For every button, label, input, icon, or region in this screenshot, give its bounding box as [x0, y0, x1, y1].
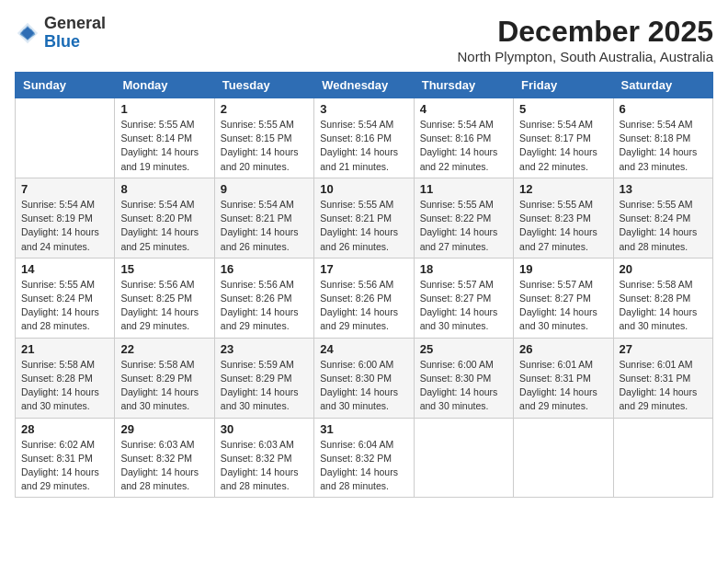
- header-cell-tuesday: Tuesday: [214, 73, 313, 98]
- day-info: Sunrise: 5:55 AM Sunset: 8:24 PM Dayligh…: [21, 278, 108, 334]
- day-cell: 12Sunrise: 5:55 AM Sunset: 8:23 PM Dayli…: [514, 178, 613, 258]
- day-number: 28: [21, 422, 108, 436]
- day-cell: 22Sunrise: 5:58 AM Sunset: 8:29 PM Dayli…: [115, 338, 214, 418]
- day-number: 5: [519, 102, 607, 116]
- day-info: Sunrise: 5:55 AM Sunset: 8:21 PM Dayligh…: [320, 198, 407, 254]
- day-number: 31: [320, 422, 407, 436]
- day-cell: [414, 418, 513, 498]
- day-number: 17: [320, 262, 407, 276]
- day-info: Sunrise: 6:01 AM Sunset: 8:31 PM Dayligh…: [519, 358, 607, 414]
- day-number: 23: [221, 342, 308, 356]
- day-info: Sunrise: 5:54 AM Sunset: 8:19 PM Dayligh…: [21, 198, 108, 254]
- day-info: Sunrise: 6:03 AM Sunset: 8:32 PM Dayligh…: [221, 438, 308, 494]
- day-cell: [613, 418, 712, 498]
- header-cell-thursday: Thursday: [414, 73, 513, 98]
- day-info: Sunrise: 5:58 AM Sunset: 8:28 PM Dayligh…: [21, 358, 108, 414]
- logo: General Blue: [15, 15, 106, 52]
- header-row: SundayMondayTuesdayWednesdayThursdayFrid…: [16, 73, 713, 98]
- day-cell: 17Sunrise: 5:56 AM Sunset: 8:26 PM Dayli…: [314, 258, 414, 338]
- day-cell: [514, 418, 613, 498]
- week-row: 7Sunrise: 5:54 AM Sunset: 8:19 PM Daylig…: [16, 178, 713, 258]
- day-info: Sunrise: 5:56 AM Sunset: 8:25 PM Dayligh…: [120, 278, 208, 334]
- day-number: 29: [120, 422, 208, 436]
- day-cell: 31Sunrise: 6:04 AM Sunset: 8:32 PM Dayli…: [314, 418, 414, 498]
- calendar-table: SundayMondayTuesdayWednesdayThursdayFrid…: [15, 72, 713, 498]
- day-cell: 16Sunrise: 5:56 AM Sunset: 8:26 PM Dayli…: [214, 258, 313, 338]
- day-info: Sunrise: 5:54 AM Sunset: 8:16 PM Dayligh…: [320, 118, 407, 174]
- day-info: Sunrise: 5:54 AM Sunset: 8:18 PM Dayligh…: [620, 118, 707, 174]
- day-number: 10: [320, 182, 407, 196]
- day-cell: 23Sunrise: 5:59 AM Sunset: 8:29 PM Dayli…: [214, 338, 313, 418]
- header-cell-sunday: Sunday: [16, 73, 115, 98]
- day-info: Sunrise: 5:55 AM Sunset: 8:15 PM Dayligh…: [221, 118, 308, 174]
- day-info: Sunrise: 6:04 AM Sunset: 8:32 PM Dayligh…: [320, 438, 407, 494]
- day-cell: 20Sunrise: 5:58 AM Sunset: 8:28 PM Dayli…: [613, 258, 712, 338]
- week-row: 21Sunrise: 5:58 AM Sunset: 8:28 PM Dayli…: [16, 338, 713, 418]
- logo-general: General: [44, 14, 106, 32]
- day-cell: 18Sunrise: 5:57 AM Sunset: 8:27 PM Dayli…: [414, 258, 513, 338]
- day-info: Sunrise: 5:54 AM Sunset: 8:20 PM Dayligh…: [120, 198, 208, 254]
- logo-icon: [15, 20, 40, 46]
- week-row: 28Sunrise: 6:02 AM Sunset: 8:31 PM Dayli…: [16, 418, 713, 498]
- header-cell-saturday: Saturday: [613, 73, 712, 98]
- day-info: Sunrise: 5:56 AM Sunset: 8:26 PM Dayligh…: [320, 278, 407, 334]
- day-number: 19: [519, 262, 607, 276]
- day-number: 3: [320, 102, 407, 116]
- day-number: 8: [120, 182, 208, 196]
- day-cell: 26Sunrise: 6:01 AM Sunset: 8:31 PM Dayli…: [514, 338, 613, 418]
- day-number: 13: [620, 182, 707, 196]
- location: North Plympton, South Australia, Austral…: [458, 49, 713, 64]
- day-number: 14: [21, 262, 108, 276]
- week-row: 14Sunrise: 5:55 AM Sunset: 8:24 PM Dayli…: [16, 258, 713, 338]
- day-number: 21: [21, 342, 108, 356]
- day-cell: 29Sunrise: 6:03 AM Sunset: 8:32 PM Dayli…: [115, 418, 214, 498]
- day-number: 26: [519, 342, 607, 356]
- day-number: 1: [120, 102, 208, 116]
- day-number: 18: [420, 262, 507, 276]
- day-info: Sunrise: 6:03 AM Sunset: 8:32 PM Dayligh…: [120, 438, 208, 494]
- day-cell: 2Sunrise: 5:55 AM Sunset: 8:15 PM Daylig…: [214, 98, 313, 178]
- day-number: 2: [221, 102, 308, 116]
- day-info: Sunrise: 6:00 AM Sunset: 8:30 PM Dayligh…: [320, 358, 407, 414]
- day-cell: 3Sunrise: 5:54 AM Sunset: 8:16 PM Daylig…: [314, 98, 414, 178]
- day-info: Sunrise: 5:54 AM Sunset: 8:21 PM Dayligh…: [221, 198, 308, 254]
- day-cell: 6Sunrise: 5:54 AM Sunset: 8:18 PM Daylig…: [613, 98, 712, 178]
- day-cell: 30Sunrise: 6:03 AM Sunset: 8:32 PM Dayli…: [214, 418, 313, 498]
- day-number: 6: [620, 102, 707, 116]
- day-info: Sunrise: 5:55 AM Sunset: 8:23 PM Dayligh…: [519, 198, 607, 254]
- day-info: Sunrise: 5:56 AM Sunset: 8:26 PM Dayligh…: [221, 278, 308, 334]
- day-info: Sunrise: 6:00 AM Sunset: 8:30 PM Dayligh…: [420, 358, 507, 414]
- day-cell: 21Sunrise: 5:58 AM Sunset: 8:28 PM Dayli…: [16, 338, 115, 418]
- day-info: Sunrise: 5:57 AM Sunset: 8:27 PM Dayligh…: [420, 278, 507, 334]
- day-number: 11: [420, 182, 507, 196]
- header-cell-wednesday: Wednesday: [314, 73, 414, 98]
- week-row: 1Sunrise: 5:55 AM Sunset: 8:14 PM Daylig…: [16, 98, 713, 178]
- day-number: 24: [320, 342, 407, 356]
- day-number: 7: [21, 182, 108, 196]
- day-number: 30: [221, 422, 308, 436]
- day-cell: 10Sunrise: 5:55 AM Sunset: 8:21 PM Dayli…: [314, 178, 414, 258]
- logo-blue: Blue: [44, 32, 80, 51]
- day-number: 12: [519, 182, 607, 196]
- page-header: General Blue December 2025 North Plympto…: [15, 15, 713, 64]
- day-cell: 4Sunrise: 5:54 AM Sunset: 8:16 PM Daylig…: [414, 98, 513, 178]
- logo-text: General Blue: [44, 15, 106, 52]
- day-cell: 28Sunrise: 6:02 AM Sunset: 8:31 PM Dayli…: [16, 418, 115, 498]
- header-cell-friday: Friday: [514, 73, 613, 98]
- day-cell: 1Sunrise: 5:55 AM Sunset: 8:14 PM Daylig…: [115, 98, 214, 178]
- day-info: Sunrise: 5:57 AM Sunset: 8:27 PM Dayligh…: [519, 278, 607, 334]
- day-info: Sunrise: 5:55 AM Sunset: 8:14 PM Dayligh…: [120, 118, 208, 174]
- day-cell: 11Sunrise: 5:55 AM Sunset: 8:22 PM Dayli…: [414, 178, 513, 258]
- day-number: 27: [620, 342, 707, 356]
- day-cell: 27Sunrise: 6:01 AM Sunset: 8:31 PM Dayli…: [613, 338, 712, 418]
- day-number: 9: [221, 182, 308, 196]
- day-number: 4: [420, 102, 507, 116]
- day-info: Sunrise: 5:55 AM Sunset: 8:22 PM Dayligh…: [420, 198, 507, 254]
- day-cell: [16, 98, 115, 178]
- day-number: 25: [420, 342, 507, 356]
- day-info: Sunrise: 5:58 AM Sunset: 8:28 PM Dayligh…: [620, 278, 707, 334]
- header-cell-monday: Monday: [115, 73, 214, 98]
- day-cell: 8Sunrise: 5:54 AM Sunset: 8:20 PM Daylig…: [115, 178, 214, 258]
- day-number: 15: [120, 262, 208, 276]
- day-info: Sunrise: 5:58 AM Sunset: 8:29 PM Dayligh…: [120, 358, 208, 414]
